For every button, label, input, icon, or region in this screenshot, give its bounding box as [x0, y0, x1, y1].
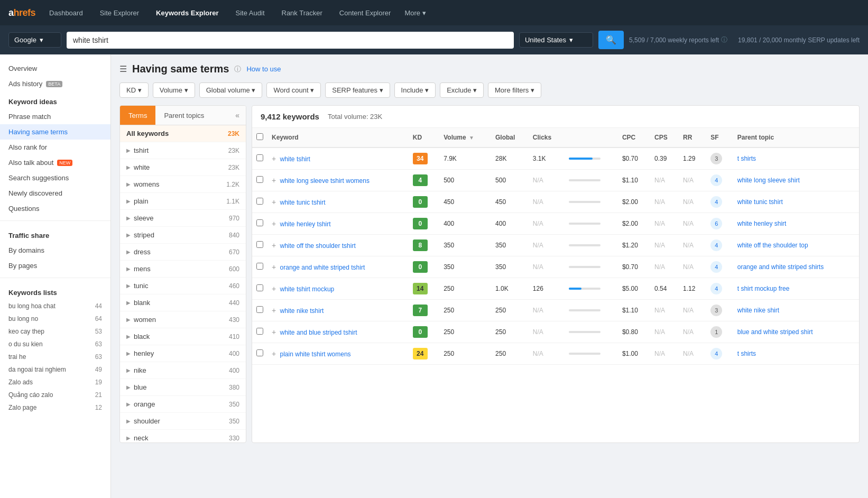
- nav-site-audit[interactable]: Site Audit: [233, 7, 268, 19]
- keyword-group-tunic[interactable]: ▶ tunic 460: [120, 278, 246, 294]
- parent-topic-link[interactable]: t shirts: [737, 155, 756, 162]
- keyword-link[interactable]: white nike tshirt: [280, 307, 324, 315]
- keyword-group-orange[interactable]: ▶ orange 350: [120, 396, 246, 413]
- filter-exclude[interactable]: Exclude ▾: [440, 82, 484, 98]
- list-item-zalo-ads[interactable]: Zalo ads19: [0, 376, 110, 389]
- filter-word-count[interactable]: Word count ▾: [266, 82, 321, 98]
- tab-terms[interactable]: Terms: [120, 106, 155, 125]
- filter-serp-features[interactable]: SERP features ▾: [325, 82, 390, 98]
- select-all-col[interactable]: [252, 128, 267, 147]
- row-checkbox[interactable]: [256, 198, 263, 205]
- list-item-bu-long-hoa-chat[interactable]: bu long hoa chat44: [0, 300, 110, 312]
- parent-topic-link[interactable]: white off the shoulder top: [737, 242, 808, 249]
- add-keyword-btn[interactable]: +: [272, 306, 276, 315]
- sidebar-item-ads-history[interactable]: Ads history BETA: [0, 76, 110, 91]
- col-parent-topic[interactable]: Parent topic: [733, 128, 859, 147]
- how-to-link[interactable]: How to use: [246, 65, 281, 73]
- keyword-group-neck[interactable]: ▶ neck 330: [120, 430, 246, 442]
- keyword-group-all[interactable]: All keywords 23K: [120, 125, 246, 142]
- sidebar-item-having-same-terms[interactable]: Having same terms: [0, 124, 110, 140]
- list-item-bu-long-no[interactable]: bu long no64: [0, 312, 110, 325]
- add-keyword-btn[interactable]: +: [272, 284, 276, 293]
- keyword-group-dress[interactable]: ▶ dress 670: [120, 244, 246, 261]
- add-keyword-btn[interactable]: +: [272, 263, 276, 271]
- collapse-button[interactable]: «: [229, 106, 246, 125]
- row-checkbox[interactable]: [256, 219, 263, 226]
- sidebar-item-by-domains[interactable]: By domains: [0, 243, 110, 258]
- sidebar-item-newly-discovered[interactable]: Newly discovered: [0, 186, 110, 201]
- parent-topic-link[interactable]: blue and white striped shirt: [737, 328, 813, 336]
- keyword-group-sleeve[interactable]: ▶ sleeve 970: [120, 210, 246, 227]
- keyword-group-plain[interactable]: ▶ plain 1.1K: [120, 193, 246, 210]
- col-keyword[interactable]: Keyword: [267, 128, 409, 147]
- row-checkbox[interactable]: [256, 154, 263, 161]
- keyword-group-white[interactable]: ▶ white 23K: [120, 159, 246, 176]
- engine-selector[interactable]: Google ▾: [8, 32, 61, 48]
- hamburger-icon[interactable]: ☰: [119, 64, 127, 74]
- keyword-link[interactable]: white henley tshirt: [280, 220, 331, 228]
- keyword-link[interactable]: white tunic tshirt: [280, 199, 326, 206]
- col-volume[interactable]: Volume ▼: [439, 128, 491, 147]
- keyword-group-womens[interactable]: ▶ womens 1.2K: [120, 176, 246, 193]
- nav-rank-tracker[interactable]: Rank Tracker: [279, 7, 326, 19]
- parent-topic-link[interactable]: t shirts: [737, 350, 756, 357]
- list-item-o-du-su-kien[interactable]: o du su kien63: [0, 338, 110, 351]
- row-checkbox[interactable]: [256, 263, 263, 270]
- keyword-group-blue[interactable]: ▶ blue 380: [120, 379, 246, 396]
- parent-topic-link[interactable]: t shirt mockup free: [737, 285, 790, 292]
- search-input[interactable]: [67, 32, 514, 49]
- keyword-link[interactable]: white off the shoulder tshirt: [280, 242, 356, 250]
- parent-topic-link[interactable]: white nike shirt: [737, 307, 779, 314]
- nav-keywords-explorer[interactable]: Keywords Explorer: [153, 7, 222, 19]
- filter-more[interactable]: More filters ▾: [488, 82, 541, 98]
- col-cpc[interactable]: CPC: [618, 128, 650, 147]
- keyword-group-nike[interactable]: ▶ nike 400: [120, 362, 246, 379]
- row-checkbox[interactable]: [256, 328, 263, 335]
- sidebar-item-by-pages[interactable]: By pages: [0, 258, 110, 273]
- col-cps[interactable]: CPS: [650, 128, 679, 147]
- nav-dashboard[interactable]: Dashboard: [46, 7, 86, 19]
- search-button[interactable]: 🔍: [598, 31, 624, 49]
- sidebar-item-phrase-match[interactable]: Phrase match: [0, 109, 110, 124]
- nav-more[interactable]: More ▾: [404, 9, 426, 17]
- keyword-group-henley[interactable]: ▶ henley 400: [120, 345, 246, 362]
- filter-volume[interactable]: Volume ▾: [153, 82, 195, 98]
- add-keyword-btn[interactable]: +: [272, 328, 276, 336]
- row-checkbox[interactable]: [256, 306, 263, 313]
- list-item-da-ngoai-trai-nghiem[interactable]: da ngoai trai nghiem49: [0, 363, 110, 376]
- col-sf[interactable]: SF: [706, 128, 733, 147]
- tab-parent-topics[interactable]: Parent topics: [155, 106, 213, 125]
- add-keyword-btn[interactable]: +: [272, 154, 276, 163]
- sidebar-item-overview[interactable]: Overview: [0, 61, 110, 76]
- info-icon[interactable]: ⓘ: [721, 35, 727, 44]
- keyword-group-shoulder[interactable]: ▶ shoulder 350: [120, 413, 246, 430]
- parent-topic-link[interactable]: white tunic tshirt: [737, 198, 783, 206]
- keyword-group-tshirt[interactable]: ▶ tshirt 23K: [120, 142, 246, 159]
- keyword-link[interactable]: orange and white striped tshirt: [280, 264, 365, 271]
- keyword-group-striped[interactable]: ▶ striped 840: [120, 227, 246, 244]
- add-keyword-btn[interactable]: +: [272, 176, 276, 185]
- col-kd[interactable]: KD: [409, 128, 439, 147]
- add-keyword-btn[interactable]: +: [272, 241, 276, 250]
- filter-include[interactable]: Include ▾: [394, 82, 436, 98]
- country-selector[interactable]: United States ▾: [519, 32, 593, 48]
- parent-topic-link[interactable]: white henley shirt: [737, 220, 787, 227]
- keyword-link[interactable]: plain white tshirt womens: [280, 351, 351, 358]
- col-clicks[interactable]: Clicks: [529, 128, 565, 147]
- list-item-keo-cay-thep[interactable]: keo cay thep53: [0, 325, 110, 338]
- list-item-zalo-page[interactable]: Zalo page12: [0, 401, 110, 414]
- row-checkbox[interactable]: [256, 241, 263, 248]
- row-checkbox[interactable]: [256, 176, 263, 183]
- keyword-link[interactable]: white tshirt mockup: [280, 285, 335, 293]
- nav-site-explorer[interactable]: Site Explorer: [97, 7, 142, 19]
- sidebar-item-search-suggestions[interactable]: Search suggestions: [0, 170, 110, 186]
- nav-content-explorer[interactable]: Content Explorer: [336, 7, 394, 19]
- logo[interactable]: ahrefs: [8, 7, 35, 19]
- list-item-quang-cao-zalo[interactable]: Quảng cáo zalo21: [0, 389, 110, 401]
- keyword-link[interactable]: white and blue striped tshirt: [280, 329, 357, 336]
- col-rr[interactable]: RR: [679, 128, 706, 147]
- add-keyword-btn[interactable]: +: [272, 349, 276, 358]
- parent-topic-link[interactable]: white long sleeve shirt: [737, 177, 800, 184]
- sidebar-item-questions[interactable]: Questions: [0, 201, 110, 216]
- keyword-group-blank[interactable]: ▶ blank 440: [120, 294, 246, 311]
